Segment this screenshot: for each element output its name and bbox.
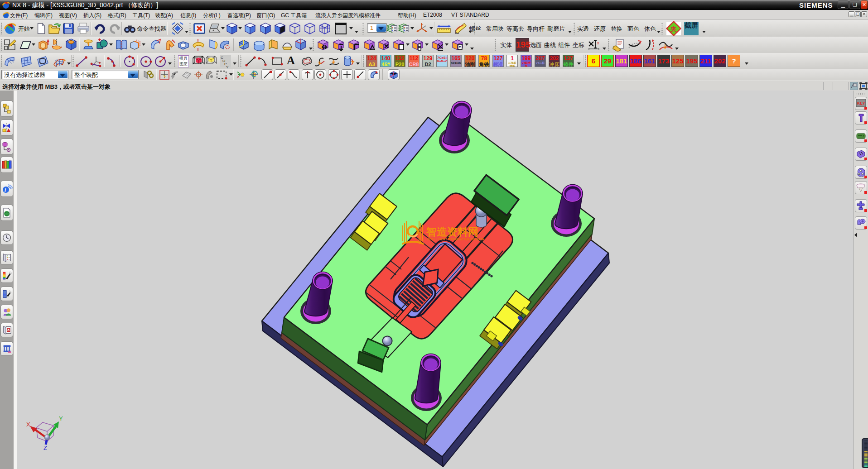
svg-text:X: X — [26, 421, 30, 428]
svg-text:夹: 夹 — [670, 25, 677, 33]
svg-text:Y: Y — [59, 415, 63, 422]
svg-text:INTELLIGENT MANUFACTURING DATA: INTELLIGENT MANUFACTURING DATA — [427, 238, 484, 241]
svg-text:x: x — [597, 41, 599, 45]
svg-text:Z: Z — [43, 445, 47, 451]
svg-text:智造资料网: 智造资料网 — [426, 226, 478, 238]
svg-text:KEY: KEY — [857, 101, 865, 105]
